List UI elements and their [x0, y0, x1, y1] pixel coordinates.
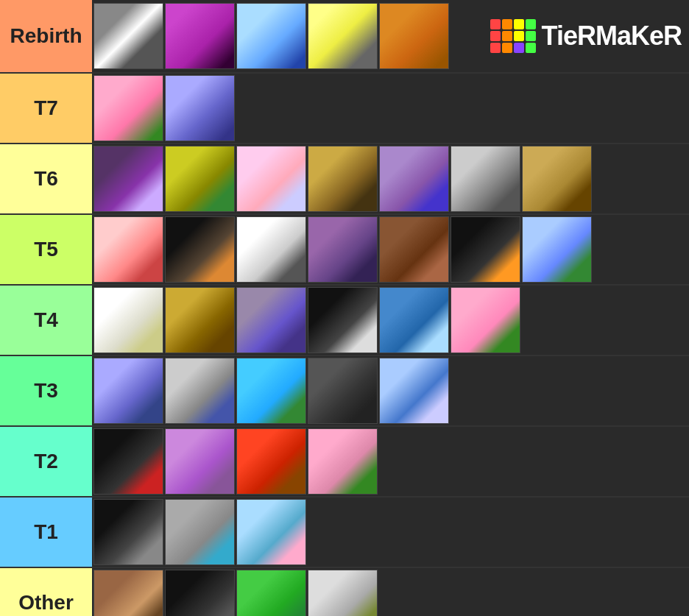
- tier-label-t5: T5: [0, 215, 92, 284]
- list-item: [165, 3, 235, 69]
- tier-row-rebirth: Rebirth: [0, 0, 689, 74]
- tier-content-rebirth: TieRMaKeR: [92, 0, 689, 72]
- logo-dot: [526, 19, 536, 29]
- tiermaker-logo: TieRMaKeR: [490, 19, 682, 53]
- list-item: [451, 287, 520, 353]
- list-item: [93, 428, 163, 495]
- list-item: [165, 75, 235, 141]
- tier-row-t2: T2: [0, 427, 689, 498]
- tier-label-t2: T2: [0, 427, 92, 496]
- list-item: [308, 428, 378, 495]
- tier-row-t3: T3: [0, 356, 689, 427]
- tier-label-t4: T4: [0, 286, 92, 355]
- list-item: [93, 570, 163, 616]
- tier-label-other: Other: [0, 568, 92, 616]
- tier-content-t5: [92, 215, 689, 284]
- list-item: [379, 3, 449, 69]
- list-item: [308, 146, 378, 212]
- list-item: [93, 75, 163, 141]
- list-item: [236, 287, 306, 353]
- list-item: [379, 216, 449, 283]
- logo-dot: [490, 43, 501, 53]
- list-item: [451, 146, 520, 212]
- list-item: [236, 3, 306, 69]
- list-item: [236, 499, 306, 565]
- logo-dot: [490, 19, 501, 29]
- list-item: [308, 287, 378, 353]
- logo-dot: [490, 31, 501, 41]
- tier-row-t5: T5: [0, 215, 689, 286]
- tier-row-t1: T1: [0, 498, 689, 568]
- logo-dot: [502, 19, 512, 29]
- list-item: [165, 428, 235, 495]
- tier-content-t6: [92, 144, 689, 213]
- list-item: [522, 216, 592, 283]
- list-item: [93, 216, 163, 283]
- tier-row-other: Other: [0, 568, 689, 616]
- list-item: [165, 216, 235, 283]
- logo-grid: [490, 19, 536, 53]
- tier-content-t2: [92, 427, 689, 496]
- list-item: [93, 146, 163, 212]
- list-item: [308, 358, 378, 424]
- list-item: [522, 146, 592, 212]
- tier-content-other: [92, 568, 689, 616]
- tier-table: Rebirth: [0, 0, 689, 616]
- tier-content-t3: [92, 356, 689, 425]
- list-item: [308, 216, 378, 283]
- list-item: [236, 570, 306, 616]
- list-item: [308, 570, 378, 616]
- list-item: [165, 358, 235, 424]
- list-item: [93, 499, 163, 565]
- list-item: [93, 3, 163, 69]
- tier-label-t3: T3: [0, 356, 92, 425]
- logo-text: TieRMaKeR: [542, 21, 682, 52]
- list-item: [379, 287, 449, 353]
- list-item: [165, 287, 235, 353]
- tier-content-t1: [92, 498, 689, 567]
- list-item: [451, 216, 520, 283]
- logo-dot: [502, 43, 512, 53]
- list-item: [236, 216, 306, 283]
- list-item: [165, 499, 235, 565]
- list-item: [308, 3, 378, 69]
- tier-row-t7: T7: [0, 74, 689, 144]
- tier-label-rebirth: Rebirth: [0, 0, 92, 72]
- tier-label-t6: T6: [0, 144, 92, 213]
- list-item: [379, 358, 449, 424]
- list-item: [93, 287, 163, 353]
- list-item: [379, 146, 449, 212]
- tier-label-t7: T7: [0, 74, 92, 143]
- tier-content-t7: [92, 74, 689, 143]
- logo-dot: [526, 43, 536, 53]
- tier-label-t1: T1: [0, 498, 92, 567]
- logo-dot: [514, 43, 524, 53]
- list-item: [236, 428, 306, 495]
- list-item: [93, 358, 163, 424]
- logo-dot: [526, 31, 536, 41]
- list-item: [236, 358, 306, 424]
- logo-dot: [502, 31, 512, 41]
- tier-content-t4: [92, 286, 689, 355]
- logo-dot: [514, 19, 524, 29]
- list-item: [165, 146, 235, 212]
- tier-row-t6: T6: [0, 144, 689, 215]
- tier-row-t4: T4: [0, 286, 689, 356]
- logo-dot: [514, 31, 524, 41]
- list-item: [236, 146, 306, 212]
- list-item: [165, 570, 235, 616]
